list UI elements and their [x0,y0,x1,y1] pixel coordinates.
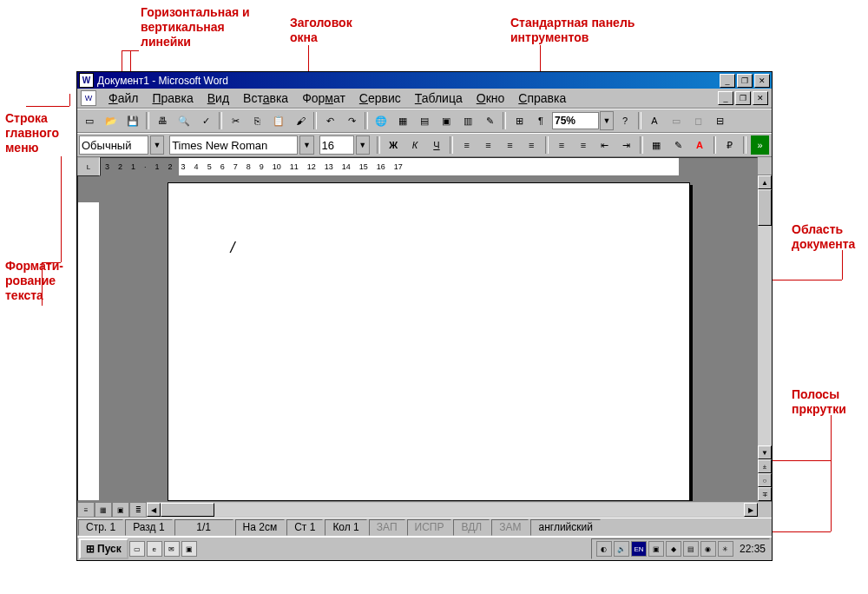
vertical-scrollbar[interactable]: ▲ ▼ ± ○ ∓ [757,175,772,501]
ruble-icon[interactable]: ₽ [720,135,740,155]
align-justify-icon[interactable]: ≡ [522,135,542,155]
clock[interactable]: 22:35 [740,543,766,555]
page[interactable]: / [168,182,690,501]
menu-format[interactable]: Формат [295,89,352,107]
paste-icon[interactable]: 📋 [268,110,289,131]
font-dropdown[interactable]: ▼ [299,135,313,155]
align-left-icon[interactable]: ≡ [457,135,477,155]
preview-icon[interactable]: 🔍 [174,110,194,131]
style-combo[interactable]: Обычный [79,135,148,155]
doc-minimize-button[interactable]: _ [718,91,733,105]
new-icon[interactable]: ▭ [79,110,100,131]
prev-page-icon[interactable]: ± [758,459,772,473]
page-view-icon[interactable]: ▣ [112,502,129,518]
close-button[interactable]: ✕ [754,74,770,88]
status-rec[interactable]: ЗАП [369,519,405,536]
minimize-button[interactable]: _ [720,74,735,88]
doc-map-icon[interactable]: ⊞ [509,110,529,131]
scroll-right-icon[interactable]: ▶ [744,503,758,517]
tray-icon-6[interactable]: ✳ [718,541,733,557]
scroll-thumb[interactable] [758,189,772,226]
decrease-indent-icon[interactable]: ⇤ [595,135,615,155]
align-right-icon[interactable]: ≡ [500,135,520,155]
more-icon[interactable]: » [750,135,770,155]
zoom-field[interactable]: 75% [552,112,599,129]
ql-outlook-icon[interactable]: ✉ [164,541,180,557]
doc-close-button[interactable]: ✕ [753,91,768,105]
ql-ie-icon[interactable]: e [147,541,162,557]
web-toolbar-icon[interactable]: ▦ [392,110,413,131]
tray-icon-3[interactable]: ◆ [666,541,681,557]
borders-icon[interactable]: ▦ [647,135,667,155]
tab-selector[interactable]: L [77,157,100,176]
doc-restore-button[interactable]: ❐ [735,91,751,105]
cut-icon[interactable]: ✂ [225,110,246,131]
tray-icon-1[interactable]: ◐ [596,541,612,557]
browse-object-icon[interactable]: ○ [758,473,772,487]
horizontal-scrollbar[interactable]: ◀ ▶ [147,503,758,517]
scroll-left-icon[interactable]: ◀ [147,503,161,517]
document-area[interactable]: / [100,175,757,501]
align-center-icon[interactable]: ≡ [478,135,498,155]
web-view-icon[interactable]: ▦ [95,502,112,518]
redo-icon[interactable]: ↷ [341,110,362,131]
scroll-down-icon[interactable]: ▼ [758,446,772,459]
system-tray[interactable]: ◐ 🔊 EN ▣ ◆ ▤ ◉ ✳ 22:35 [591,538,770,559]
hyperlink-icon[interactable]: 🌐 [371,110,391,131]
tray-icon-4[interactable]: ▤ [683,541,699,557]
status-ovr[interactable]: ЗАМ [491,519,529,536]
tables-icon[interactable]: ▤ [414,110,435,131]
zoom-dropdown[interactable]: ▼ [600,111,614,130]
style-dropdown[interactable]: ▼ [150,135,164,155]
tray-lang-icon[interactable]: EN [631,541,647,557]
font-color-icon[interactable]: A [690,135,710,155]
scroll-up-icon[interactable]: ▲ [758,175,772,189]
menu-insert[interactable]: Вставка [236,89,295,107]
form-icon[interactable]: ▭ [666,110,687,131]
status-lang[interactable]: английский [530,519,600,536]
columns-icon[interactable]: ▥ [457,110,478,131]
copy-icon[interactable]: ⎘ [247,110,267,131]
wordart-icon[interactable]: A [644,110,665,131]
bold-button[interactable]: Ж [384,135,404,155]
menu-view[interactable]: Вид [201,89,236,107]
help-icon[interactable]: ? [615,110,635,131]
status-ext[interactable]: ВДЛ [453,519,490,536]
size-dropdown[interactable]: ▼ [356,135,370,155]
horizontal-ruler[interactable]: 321·1234567891011121314151617 [100,157,758,176]
outline-view-icon[interactable]: ≣ [129,502,147,518]
size-combo[interactable]: 16 [319,135,354,155]
tray-icon-2[interactable]: ▣ [648,541,664,557]
format-painter-icon[interactable]: 🖌 [290,110,311,131]
ql-desktop-icon[interactable]: ▭ [129,541,145,557]
underline-button[interactable]: Ч [427,135,447,155]
italic-button[interactable]: К [405,135,425,155]
spell-icon[interactable]: ✓ [195,110,216,131]
bullet-list-icon[interactable]: ≡ [573,135,593,155]
doc-icon[interactable]: W [81,90,96,106]
normal-view-icon[interactable]: ≡ [77,502,95,518]
menu-help[interactable]: Справка [511,89,573,107]
highlight-icon[interactable]: ✎ [668,135,688,155]
ql-app-icon[interactable]: ▣ [181,541,197,557]
excel-icon[interactable]: ▣ [436,110,457,131]
next-page-icon[interactable]: ∓ [758,487,772,501]
drawing-icon[interactable]: ✎ [479,110,500,131]
tray-volume-icon[interactable]: 🔊 [614,541,629,557]
group-icon[interactable]: ⊟ [709,110,730,131]
tray-icon-5[interactable]: ◉ [700,541,716,557]
h-scroll-thumb[interactable] [161,503,214,517]
open-icon[interactable]: 📂 [101,110,122,131]
increase-indent-icon[interactable]: ⇥ [616,135,636,155]
status-trk[interactable]: ИСПР [407,519,452,536]
menu-edit[interactable]: Правка [145,89,200,107]
maximize-button[interactable]: ❐ [737,74,753,88]
undo-icon[interactable]: ↶ [319,110,340,131]
menu-table[interactable]: Таблица [408,89,470,107]
save-icon[interactable]: 💾 [122,110,143,131]
print-icon[interactable]: 🖶 [152,110,173,131]
menu-window[interactable]: Окно [470,89,512,107]
numbered-list-icon[interactable]: ≡ [552,135,572,155]
menu-tools[interactable]: Сервис [352,89,408,107]
font-combo[interactable]: Times New Roman [169,135,298,155]
